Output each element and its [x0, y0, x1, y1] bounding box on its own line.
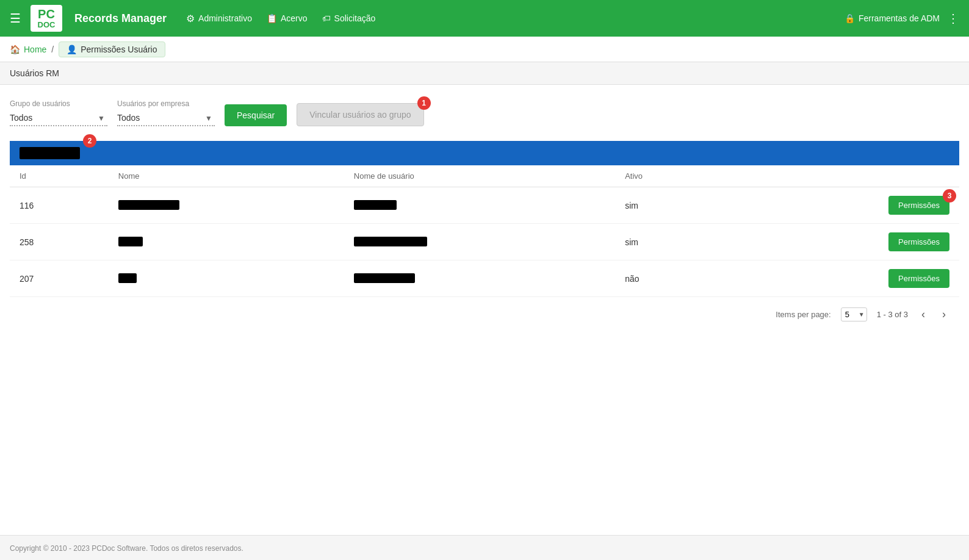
- group-filter-label: Grupo de usuários: [10, 99, 107, 108]
- search-button[interactable]: Pesquisar: [225, 104, 287, 126]
- cell-username: [344, 260, 615, 297]
- menu-item-acervo[interactable]: Acervo: [267, 13, 308, 23]
- cell-nome: [109, 224, 344, 260]
- menu-label-solicitacao: Solicitação: [334, 13, 376, 23]
- redacted-nome: [118, 237, 143, 246]
- badge-3: 3: [943, 189, 956, 203]
- book-icon: [267, 13, 277, 23]
- tag-icon: [322, 13, 331, 23]
- company-filter: Usuários por empresa Todos ▼: [117, 99, 215, 126]
- company-filter-select-wrap: Todos ▼: [117, 110, 215, 126]
- permissions-button-1[interactable]: Permissões: [888, 196, 949, 215]
- selected-row-text: ████████: [20, 147, 80, 159]
- menu-item-solicitacao[interactable]: Solicitação: [322, 13, 376, 23]
- pagination-prev-button[interactable]: ‹: [918, 307, 929, 322]
- table-body: 116 sim Permissões 3 258: [10, 187, 959, 297]
- users-table: Id Nome Nome de usuário Ativo 116 sim: [10, 165, 959, 297]
- group-filter: Grupo de usuários Todos ▼: [10, 99, 107, 126]
- main-content: Grupo de usuários Todos ▼ Usuários por e…: [0, 85, 969, 535]
- menu-item-administrativo[interactable]: Administrativo: [186, 13, 252, 24]
- more-options-icon[interactable]: ⋮: [947, 11, 959, 26]
- redacted-username: [354, 237, 427, 246]
- cell-nome: [109, 260, 344, 297]
- redacted-nome: [118, 273, 137, 283]
- redacted-username: [354, 273, 415, 283]
- col-username: Nome de usuário: [344, 165, 615, 187]
- logo-pc: PC: [34, 7, 59, 21]
- badge-2: 2: [83, 134, 96, 148]
- adm-tools-button[interactable]: Ferramentas de ADM: [845, 13, 940, 23]
- company-filter-select[interactable]: Todos: [117, 110, 215, 126]
- table-row: 258 sim Permissões: [10, 224, 959, 260]
- cell-id: 258: [10, 224, 109, 260]
- footer: Copyright © 2010 - 2023 PCDoc Software. …: [0, 535, 969, 560]
- cell-username: [344, 224, 615, 260]
- pagination-next-button[interactable]: ›: [938, 307, 949, 322]
- link-users-button[interactable]: Vincular usuários ao grupo: [297, 103, 423, 126]
- permissions-button-2[interactable]: Permissões: [888, 232, 949, 251]
- cell-action: Permissões: [724, 260, 959, 297]
- cell-nome: [109, 187, 344, 224]
- col-actions: [724, 165, 959, 187]
- cell-action: Permissões: [724, 224, 959, 260]
- top-nav-right: Ferramentas de ADM ⋮: [845, 11, 959, 26]
- app-logo: PC DOC: [31, 5, 62, 32]
- company-filter-label: Usuários por empresa: [117, 99, 215, 108]
- cell-id: 116: [10, 187, 109, 224]
- col-id: Id: [10, 165, 109, 187]
- breadcrumb-current-label: Permissões Usuário: [81, 45, 157, 54]
- home-icon: [10, 45, 20, 54]
- user-icon: [67, 45, 77, 54]
- redacted-nome: [118, 200, 179, 210]
- cell-action: Permissões 3: [724, 187, 959, 224]
- table-row: 207 não Permissões: [10, 260, 959, 297]
- table-row: 116 sim Permissões 3: [10, 187, 959, 224]
- filter-row: Grupo de usuários Todos ▼ Usuários por e…: [10, 99, 959, 126]
- menu-label-acervo: Acervo: [281, 13, 308, 23]
- cell-ativo: sim: [615, 187, 724, 224]
- adm-label: Ferramentas de ADM: [859, 13, 940, 23]
- group-filter-select[interactable]: Todos: [10, 110, 107, 126]
- items-per-page-label: Items per page:: [776, 310, 830, 319]
- page-title-bar: Usuários RM: [0, 62, 969, 85]
- hamburger-menu-icon[interactable]: ☰: [10, 11, 21, 26]
- items-per-page-select[interactable]: 5 10 25 50: [841, 307, 867, 321]
- cell-ativo: sim: [615, 224, 724, 260]
- page-title: Usuários RM: [10, 68, 59, 78]
- footer-text: Copyright © 2010 - 2023 PCDoc Software. …: [10, 544, 243, 553]
- gear-icon: [186, 13, 195, 24]
- table-header: Id Nome Nome de usuário Ativo: [10, 165, 959, 187]
- app-title: Records Manager: [74, 12, 167, 25]
- group-filter-select-wrap: Todos ▼: [10, 110, 107, 126]
- breadcrumb-home[interactable]: Home: [10, 45, 46, 54]
- pagination-range: 1 - 3 of 3: [877, 310, 908, 319]
- permissions-button-3[interactable]: Permissões: [888, 269, 949, 288]
- breadcrumb-home-label: Home: [24, 45, 46, 54]
- pagination-row: Items per page: 5 10 25 50 ▼ 1 - 3 of 3 …: [10, 297, 959, 322]
- col-nome: Nome: [109, 165, 344, 187]
- cell-id: 207: [10, 260, 109, 297]
- redacted-username: [354, 200, 397, 210]
- breadcrumb-current: Permissões Usuário: [59, 41, 165, 57]
- logo-doc: DOC: [34, 21, 59, 29]
- breadcrumb: Home / Permissões Usuário: [0, 37, 969, 62]
- cell-username: [344, 187, 615, 224]
- top-menu: Administrativo Acervo Solicitação: [186, 13, 840, 24]
- col-ativo: Ativo: [615, 165, 724, 187]
- selected-row-bar: ████████ 2: [10, 141, 959, 165]
- top-navigation: ☰ PC DOC Records Manager Administrativo …: [0, 0, 969, 37]
- lock-icon: [845, 13, 855, 23]
- menu-label-administrativo: Administrativo: [198, 13, 252, 23]
- cell-ativo: não: [615, 260, 724, 297]
- items-per-page-select-wrap: 5 10 25 50 ▼: [841, 307, 867, 321]
- breadcrumb-separator: /: [51, 45, 54, 54]
- badge-1: 1: [417, 96, 431, 110]
